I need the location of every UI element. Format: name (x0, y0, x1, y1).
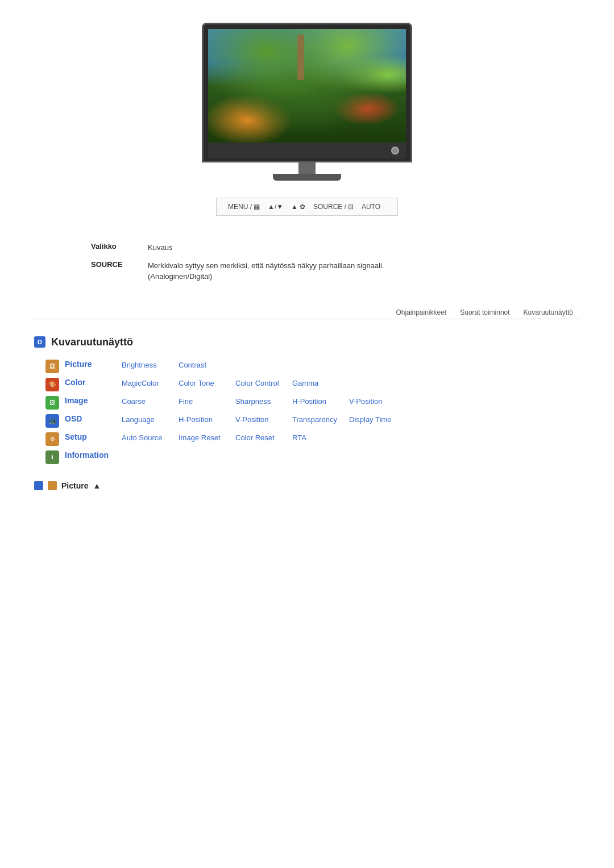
menu-item-v-position[interactable]: V-Position (349, 396, 406, 407)
tab-ohjainpainikkeet[interactable]: Ohjainpainikkeet (389, 308, 453, 316)
section-title: Kuvaruutunäyttö (51, 336, 133, 348)
menu-items-osd: LanguageH-PositionV-PositionTransparency… (122, 414, 406, 425)
auto-control: AUTO (362, 203, 380, 211)
menu-item-h-position[interactable]: H-Position (179, 414, 235, 425)
tab-kuvaruutunaytto[interactable]: Kuvaruutunäyttö (517, 308, 580, 316)
menu-label-image[interactable]: Image (65, 396, 122, 405)
section-header: D Kuvaruutunäyttö (34, 336, 580, 348)
menu-item-image-reset[interactable]: Image Reset (179, 432, 235, 443)
menu-item-coarse[interactable]: Coarse (122, 396, 179, 407)
breadcrumb-arrow-icon (48, 481, 57, 490)
menu-label-color[interactable]: Color (65, 378, 122, 387)
menu-icon-picture: 🖼 (45, 360, 59, 373)
section-icon: D (34, 336, 45, 348)
menu-icon-image: 🖼 (45, 396, 59, 410)
menu-row-picture: 🖼PictureBrightnessContrast (45, 360, 580, 373)
volume-control: ▲/▼ (268, 203, 283, 211)
source-icon: ⊟ (348, 203, 354, 211)
breadcrumb-blue-icon (34, 481, 43, 490)
menu-item-gamma[interactable]: Gamma (292, 378, 349, 389)
navigation-tabs: Ohjainpainikkeet Suorat toiminnot Kuvaru… (34, 308, 580, 319)
info-table: Valikko Kuvaus SOURCEMerkkivalo syttyy s… (91, 239, 580, 286)
monitor-frame (202, 23, 412, 181)
menu-items-image: CoarseFineSharpnessH-PositionV-Position (122, 396, 406, 407)
menu-item-magiccolor[interactable]: MagicColor (122, 378, 179, 389)
menu-item-sharpness[interactable]: Sharpness (235, 396, 292, 407)
monitor-base (273, 174, 341, 181)
menu-icon-osd: 📺 (45, 414, 59, 428)
menu-item-auto-source[interactable]: Auto Source (122, 432, 179, 443)
bottom-breadcrumb: Picture ▲ (34, 481, 580, 490)
monitor-bottom-bar (208, 143, 406, 158)
menu-item-display-time[interactable]: Display Time (349, 414, 406, 425)
brightness-icon: ▲ (291, 203, 298, 211)
menu-icon: ▦ (254, 203, 260, 211)
table-header-menu: Valikko (91, 239, 148, 257)
menu-item-color-control[interactable]: Color Control (235, 378, 292, 389)
monitor-image (208, 29, 406, 143)
table-row-desc: Merkkivalo syttyy sen merkiksi, että näy… (148, 257, 395, 286)
menu-item-color-tone[interactable]: Color Tone (179, 378, 235, 389)
menu-icon-information: ℹ (45, 450, 59, 464)
menu-item-contrast[interactable]: Contrast (179, 360, 235, 370)
menu-item-fine[interactable]: Fine (179, 396, 235, 407)
menu-label-setup[interactable]: Setup (65, 432, 122, 441)
menu-control: MENU / ▦ (228, 203, 260, 211)
menu-item-h-position[interactable]: H-Position (292, 396, 349, 407)
section-icon-label: D (38, 339, 42, 345)
volume-icon: ▲/▼ (268, 203, 283, 211)
menu-row-osd: 📺OSDLanguageH-PositionV-PositionTranspar… (45, 414, 580, 428)
menu-items-picture: BrightnessContrast (122, 360, 235, 370)
menu-description-table: Valikko Kuvaus SOURCEMerkkivalo syttyy s… (91, 239, 395, 286)
menu-row-information: ℹInformation (45, 450, 580, 464)
source-control: SOURCE / ⊟ (313, 203, 354, 211)
monitor-screen (202, 23, 412, 162)
brightness-star: ✿ (300, 203, 305, 211)
menu-icon-setup: ⚙ (45, 432, 59, 446)
menu-tree: 🖼PictureBrightnessContrast🎨ColorMagicCol… (45, 360, 580, 464)
menu-row-setup: ⚙SetupAuto SourceImage ResetColor ResetR… (45, 432, 580, 446)
tab-suorat-toiminnot[interactable]: Suorat toiminnot (453, 308, 516, 316)
menu-row-color: 🎨ColorMagicColorColor ToneColor ControlG… (45, 378, 580, 391)
menu-items-color: MagicColorColor ToneColor ControlGamma (122, 378, 349, 389)
control-bar: MENU / ▦ ▲/▼ ▲ ✿ SOURCE / ⊟ AUTO (216, 198, 398, 216)
menu-label: MENU / (228, 203, 252, 211)
monitor-display (34, 23, 580, 181)
brightness-control: ▲ ✿ (291, 203, 305, 211)
menu-item-transparency[interactable]: Transparency (292, 414, 349, 425)
menu-item-rta[interactable]: RTA (292, 432, 349, 443)
menu-label-picture[interactable]: Picture (65, 360, 122, 369)
control-bar-container: MENU / ▦ ▲/▼ ▲ ✿ SOURCE / ⊟ AUTO (34, 198, 580, 216)
menu-item-v-position[interactable]: V-Position (235, 414, 292, 425)
menu-row-image: 🖼ImageCoarseFineSharpnessH-PositionV-Pos… (45, 396, 580, 410)
breadcrumb-picture-label: Picture (61, 481, 88, 490)
breadcrumb-up-arrow: ▲ (93, 481, 101, 490)
menu-icon-color: 🎨 (45, 378, 59, 391)
menu-items-setup: Auto SourceImage ResetColor ResetRTA (122, 432, 349, 443)
menu-item-color-reset[interactable]: Color Reset (235, 432, 292, 443)
monitor-neck (298, 162, 316, 174)
monitor-power-button (391, 147, 399, 155)
table-row-label: SOURCE (91, 257, 148, 286)
table-header-desc: Kuvaus (148, 239, 395, 257)
menu-item-language[interactable]: Language (122, 414, 179, 425)
source-label: SOURCE / (313, 203, 346, 211)
menu-label-osd[interactable]: OSD (65, 414, 122, 423)
menu-label-information[interactable]: Information (65, 450, 122, 460)
menu-item-brightness[interactable]: Brightness (122, 360, 179, 370)
auto-label: AUTO (362, 203, 380, 211)
